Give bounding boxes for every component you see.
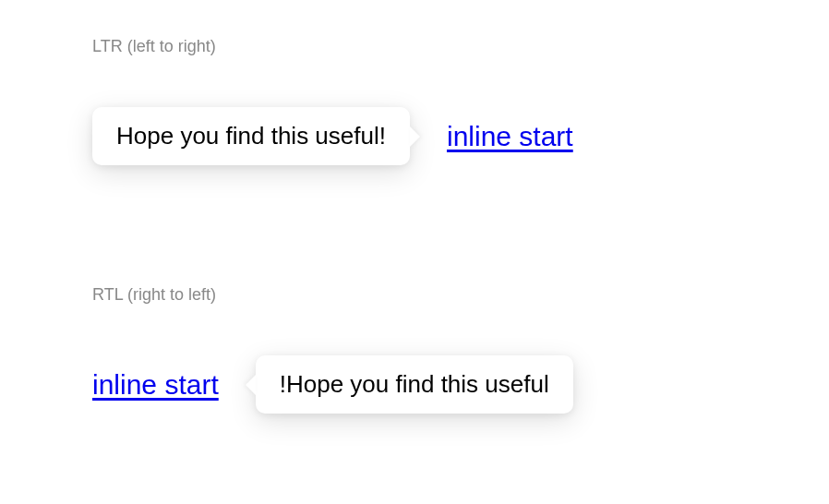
rtl-section: RTL (right to left) inline start !Hope y… <box>92 285 737 414</box>
ltr-section: LTR (left to right) Hope you find this u… <box>92 37 737 165</box>
ltr-row: Hope you find this useful! inline start <box>92 107 737 165</box>
ltr-tooltip: Hope you find this useful! <box>92 107 410 165</box>
rtl-section-label: RTL (right to left) <box>92 285 737 305</box>
rtl-tooltip-text: !Hope you find this useful <box>280 370 549 398</box>
rtl-inline-start-link[interactable]: inline start <box>92 369 219 401</box>
ltr-inline-start-link[interactable]: inline start <box>447 121 573 152</box>
ltr-section-label: LTR (left to right) <box>92 37 737 56</box>
rtl-row: inline start !Hope you find this useful <box>92 355 737 414</box>
rtl-tooltip: !Hope you find this useful <box>256 355 573 414</box>
ltr-tooltip-text: Hope you find this useful! <box>116 122 386 150</box>
